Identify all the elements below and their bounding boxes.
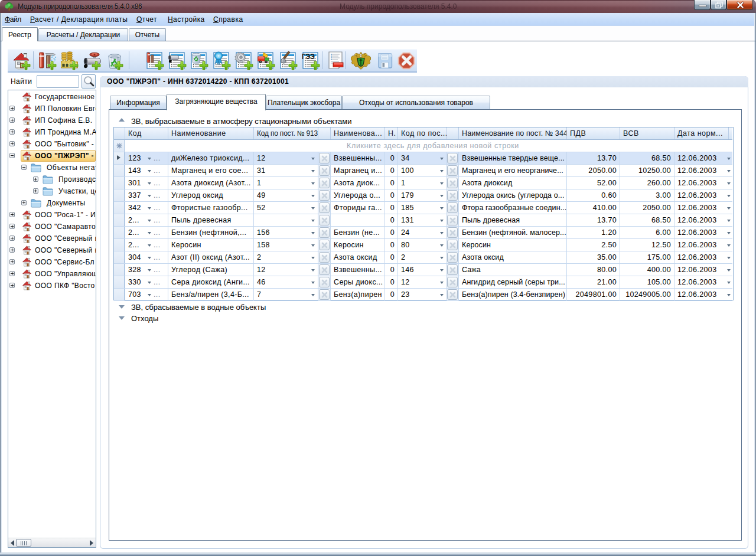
svg-text:ГЭЭ: ГЭЭ xyxy=(302,53,315,60)
